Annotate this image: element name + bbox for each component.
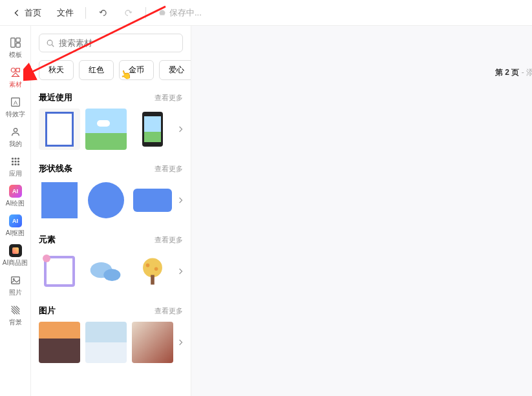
svg-rect-0 (10, 38, 14, 47)
svg-point-19 (47, 40, 52, 45)
pics-title: 图片 (39, 305, 56, 317)
thumb-recent-sky[interactable] (85, 109, 127, 150)
user-icon (9, 125, 22, 138)
thumb-el-frame[interactable] (39, 251, 80, 292)
svg-point-7 (14, 129, 17, 132)
rail-textfx[interactable]: A 特效字 (1, 93, 30, 121)
svg-rect-1 (16, 38, 19, 42)
svg-point-8 (11, 158, 13, 160)
thumb-pic-ice[interactable] (85, 322, 127, 363)
svg-rect-2 (16, 43, 19, 47)
search-input[interactable] (59, 38, 176, 48)
rail-aicutout[interactable]: AI AI抠图 (1, 212, 30, 240)
aiproduct-icon (9, 244, 22, 257)
svg-point-22 (143, 258, 162, 277)
tag-autumn[interactable]: 秋天 (39, 60, 74, 80)
svg-rect-4 (16, 68, 19, 72)
pics-more[interactable]: 查看更多 (154, 306, 183, 316)
pics-next[interactable] (178, 338, 184, 347)
thumb-pic-sunset[interactable] (39, 322, 80, 363)
file-menu[interactable]: 文件 (50, 3, 80, 23)
divider (145, 7, 146, 19)
svg-point-24 (146, 264, 150, 267)
thumb-shape-circle[interactable] (85, 180, 127, 221)
rail-aidraw[interactable]: AI AI绘图 (1, 182, 30, 211)
shapes-next[interactable] (178, 196, 184, 205)
section-recent: 最近使用 查看更多 (39, 92, 183, 150)
section-elements: 元素 查看更多 (39, 234, 183, 292)
svg-point-21 (103, 269, 120, 281)
undo-button[interactable] (91, 4, 114, 22)
svg-point-10 (17, 158, 19, 160)
thumb-recent-phone[interactable] (132, 109, 173, 150)
rail-apps[interactable]: 应用 (1, 152, 30, 181)
redo-button[interactable] (117, 4, 140, 22)
svg-rect-23 (151, 275, 154, 285)
svg-point-16 (17, 163, 19, 165)
svg-point-14 (11, 163, 13, 165)
text-icon: A (9, 96, 22, 109)
home-label: 首页 (25, 7, 41, 19)
tag-heart[interactable]: 爱心 (159, 60, 191, 80)
tag-red[interactable]: 红色 (79, 60, 114, 80)
rail-assets[interactable]: 素材 (1, 63, 30, 92)
search-icon (46, 39, 55, 48)
section-shapes: 形状线条 查看更多 (39, 163, 183, 221)
rail-template[interactable]: 模板 (1, 34, 30, 62)
template-icon (9, 36, 22, 49)
thumb-shape-roundrect[interactable] (132, 180, 173, 221)
search-box[interactable] (39, 34, 183, 52)
recent-next[interactable] (178, 125, 184, 134)
chevron-left-icon (12, 8, 22, 18)
photo-icon (9, 274, 22, 287)
rail-photo[interactable]: 照片 (1, 271, 30, 300)
left-rail: 模板 素材 A 特效字 我的 应用 AI AI绘图 AI AI抠图 AI商品图 (0, 26, 31, 396)
shapes-more[interactable]: 查看更多 (154, 164, 183, 174)
svg-point-12 (14, 160, 16, 162)
thumb-el-tree[interactable] (132, 251, 173, 292)
svg-point-13 (17, 160, 19, 162)
svg-point-3 (11, 68, 15, 72)
svg-text:A: A (13, 99, 17, 106)
shapes-title: 形状线条 (39, 163, 72, 174)
page-indicator[interactable]: 第 2 页 - 添加页面标题 (495, 67, 532, 78)
bg-icon (9, 304, 22, 317)
section-pics: 图片 查看更多 (39, 305, 183, 363)
rail-aiproduct[interactable]: AI商品图 (1, 242, 30, 270)
saving-label: 保存中... (169, 7, 202, 19)
elements-title: 元素 (39, 234, 56, 245)
thumb-recent-frame[interactable] (39, 109, 80, 150)
svg-point-18 (12, 278, 14, 280)
assets-icon (9, 66, 22, 79)
saving-status: 保存中... (151, 3, 208, 23)
aicutout-icon: AI (9, 214, 22, 227)
elements-next[interactable] (178, 267, 184, 276)
thumb-el-bubble[interactable] (85, 251, 127, 292)
thumb-shape-square[interactable] (39, 180, 80, 221)
elements-more[interactable]: 查看更多 (154, 235, 183, 245)
aidraw-icon: AI (9, 185, 22, 198)
svg-point-25 (154, 267, 158, 271)
svg-point-9 (14, 158, 16, 160)
apps-icon (9, 155, 22, 168)
svg-point-11 (11, 160, 13, 162)
recent-title: 最近使用 (39, 92, 72, 103)
rail-bg[interactable]: 背景 (1, 301, 30, 329)
recent-more[interactable]: 查看更多 (154, 93, 183, 103)
thumb-pic-person[interactable] (132, 322, 173, 363)
rail-mine[interactable]: 我的 (1, 123, 30, 151)
divider (85, 7, 86, 19)
tag-row: 秋天 红色 金币 爱心 👆 (39, 60, 183, 80)
svg-point-15 (14, 163, 16, 165)
back-button[interactable]: 首页 (5, 3, 48, 23)
assets-panel: 秋天 红色 金币 爱心 👆 最近使用 查看更多 形状线条 (31, 26, 191, 396)
canvas-area[interactable]: 第 2 页 - 添加页面标题 西安 这座古老的城市 见证了中国几千年的历史变迁 … (191, 26, 532, 396)
